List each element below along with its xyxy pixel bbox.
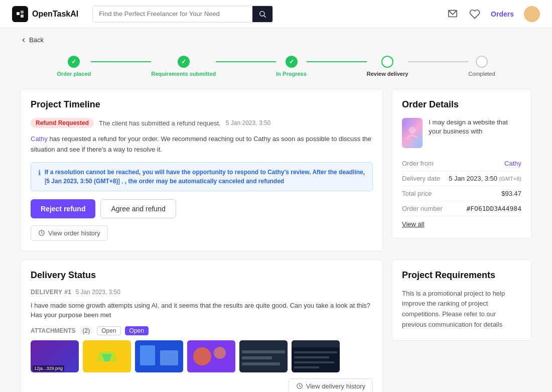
open-tag-2[interactable]: Open [125, 326, 149, 335]
info-deadline: 5 Jan 2023, 3:50 (GMT+8) [46, 178, 118, 185]
attachments-count: (2) [80, 327, 93, 335]
check-icon-1 [71, 58, 76, 65]
agree-refund-button[interactable]: Agree and refund [100, 199, 176, 218]
refund-header-text: The client has submitted a refund reques… [99, 119, 221, 127]
view-order-history-button[interactable]: View order history [31, 225, 108, 241]
refund-time: 5 Jan 2023, 3:50 [226, 119, 270, 126]
svg-rect-19 [242, 350, 285, 353]
step-1-label: Order placed [57, 71, 91, 77]
step-3-label: In Progress [276, 71, 307, 77]
thumbnail-1[interactable]: 12ja...329.png [31, 340, 79, 372]
svg-point-3 [260, 11, 264, 16]
open-tag-1[interactable]: Open [97, 326, 120, 335]
step-order-placed: Order placed [57, 56, 91, 77]
delivery-date-label: Delivery date [402, 175, 440, 182]
line-2 [216, 61, 276, 62]
thumbnail-4[interactable] [187, 340, 235, 372]
thumbnail-2[interactable] [83, 340, 131, 372]
total-price-row: Total price $93.47 [402, 186, 521, 201]
refund-desc-text: has requested a refund for your order. W… [31, 135, 371, 153]
svg-point-16 [193, 347, 211, 365]
attachments-row: ATTACHMENTS (2) Open Open [31, 326, 373, 335]
reject-refund-button[interactable]: Reject refund [31, 199, 95, 218]
line-1 [91, 61, 151, 62]
svg-rect-14 [160, 350, 178, 365]
view-history-label: View order history [48, 229, 100, 237]
delivery-header: DELIVERY #1 5 Jan 2023, 3:50 [31, 289, 373, 296]
delivery-date-tz: (GMT+8) [499, 176, 521, 182]
search-bar [92, 6, 273, 23]
delivery-status-title: Delivery Status [31, 270, 373, 281]
step-in-progress: In Progress [276, 56, 307, 77]
svg-rect-25 [294, 356, 329, 358]
refund-header: Refund Requested The client has submitte… [31, 118, 373, 128]
delivery-status-card: Delivery Status DELIVERY #1 5 Jan 2023, … [20, 259, 383, 392]
svg-point-8 [409, 127, 416, 134]
delivery-status-col: Delivery Status DELIVERY #1 5 Jan 2023, … [20, 259, 383, 392]
step-1-circle [68, 56, 80, 68]
step-4-label: Review delivery [367, 71, 408, 77]
svg-rect-27 [294, 366, 319, 368]
step-completed: Completed [468, 56, 495, 77]
order-number-row: Order number #FO61DD3A44984 [402, 201, 521, 216]
svg-rect-0 [17, 12, 20, 15]
total-price-value: $93.47 [501, 190, 521, 197]
top-section: Project Timeline Refund Requested The cl… [20, 89, 532, 251]
order-image [402, 118, 423, 148]
order-from-row: Order from Cathy [402, 156, 521, 171]
line-4 [408, 61, 468, 62]
main-content: Project Timeline Refund Requested The cl… [0, 89, 552, 392]
order-number-label: Order number [402, 205, 443, 212]
project-requirements-col: Project Requirements This is a promotion… [391, 259, 532, 392]
order-header: I may design a website that your busines… [402, 118, 521, 148]
svg-rect-21 [242, 362, 280, 365]
total-price-label: Total price [402, 190, 432, 197]
client-name-link[interactable]: Cathy [31, 135, 48, 143]
refund-badge: Refund Requested [31, 118, 94, 128]
progress-steps: Order placed Requirements submitted In P… [0, 52, 552, 89]
logo-icon [12, 6, 28, 22]
info-icon: ℹ [38, 169, 41, 186]
step-requirements: Requirements submitted [151, 56, 216, 77]
project-timeline-card: Project Timeline Refund Requested The cl… [20, 89, 383, 251]
delivery-date-value: 5 Jan 2023, 3:50 (GMT+8) [449, 175, 521, 182]
message-icon[interactable] [447, 8, 459, 20]
step-2-label: Requirements submitted [151, 71, 216, 77]
svg-rect-24 [294, 351, 337, 353]
project-timeline-title: Project Timeline [31, 99, 373, 110]
header-right: Orders [447, 6, 540, 22]
action-buttons: Reject refund Agree and refund [31, 199, 373, 218]
search-input[interactable] [93, 6, 252, 22]
search-button[interactable] [252, 6, 272, 22]
svg-line-4 [264, 16, 266, 18]
thumbnail-6[interactable] [292, 340, 340, 372]
orders-link[interactable]: Orders [491, 10, 514, 18]
svg-rect-2 [21, 15, 24, 18]
step-4-circle [381, 56, 393, 68]
logo: OpenTaskAI [12, 6, 78, 22]
order-from-value[interactable]: Cathy [504, 160, 521, 167]
project-timeline-col: Project Timeline Refund Requested The cl… [20, 89, 383, 251]
heart-icon[interactable] [469, 8, 481, 20]
info-box: ℹ If a resolution cannot be reached, you… [31, 162, 373, 191]
refund-description: Cathy has requested a refund for your or… [31, 134, 373, 155]
check-icon-2 [181, 58, 186, 65]
project-requirements-card: Project Requirements This is a promotion… [391, 259, 532, 341]
back-button[interactable]: Back [20, 36, 44, 44]
step-5-label: Completed [468, 71, 495, 77]
step-3-circle [286, 56, 298, 68]
view-delivery-label: View delivery history [306, 382, 365, 390]
order-title-text: I may design a website that your busines… [429, 118, 521, 148]
order-details-col: Order Details [391, 89, 532, 251]
thumb-label-1: 12ja...329.png [33, 365, 64, 371]
svg-rect-26 [294, 361, 334, 363]
thumbnail-5[interactable] [239, 340, 288, 372]
project-requirements-text: This is a promotional project to help im… [402, 289, 521, 330]
thumbnail-3[interactable] [135, 340, 183, 372]
steps-container: Order placed Requirements submitted In P… [57, 56, 495, 77]
avatar[interactable] [524, 6, 540, 22]
svg-point-17 [214, 347, 226, 359]
view-delivery-history-button[interactable]: View delivery history [289, 378, 373, 392]
view-all-link[interactable]: View all [402, 220, 521, 228]
back-label: Back [29, 36, 44, 44]
